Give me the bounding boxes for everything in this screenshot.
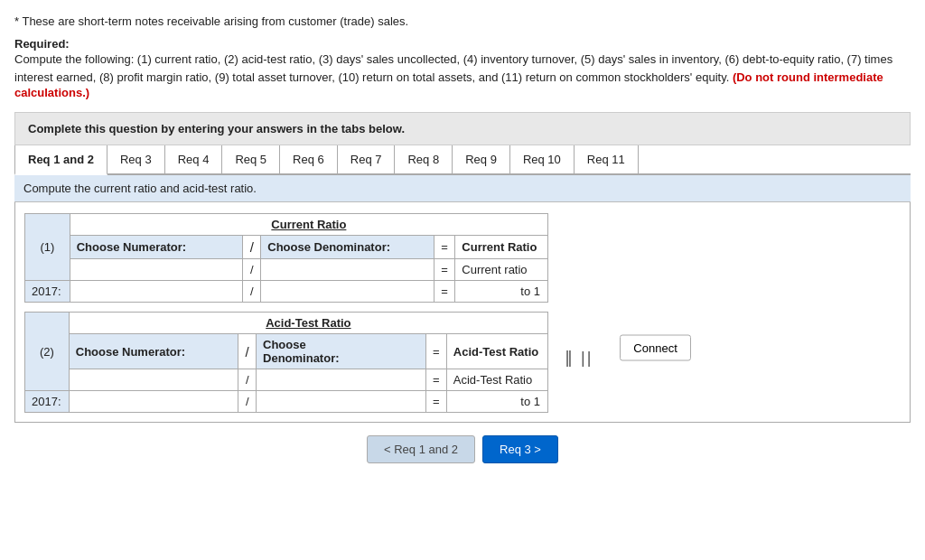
s1-year-result: to 1 — [455, 281, 548, 303]
s2-equals-header: = — [425, 334, 446, 369]
tab-req11[interactable]: Req 11 — [575, 145, 639, 173]
note-text: * These are short-term notes receivable … — [14, 14, 911, 28]
required-label: Required: — [14, 37, 70, 51]
s2-year-label: 2017: — [25, 391, 70, 413]
s2-denominator-input[interactable] — [257, 369, 426, 391]
s2-year-denominator[interactable] — [257, 391, 426, 413]
s2-year-equals: = — [425, 391, 446, 413]
s1-numerator-header: Choose Numerator: — [70, 236, 242, 259]
current-ratio-table: (1) Current Ratio Choose Numerator: / Ch… — [24, 213, 548, 303]
s1-year-denominator[interactable] — [261, 281, 434, 303]
s1-year-equals: = — [434, 281, 455, 303]
tabs-row: Req 1 and 2 Req 3 Req 4 Req 5 Req 6 Req … — [14, 145, 911, 175]
next-button[interactable]: Req 3 > — [482, 435, 558, 463]
s1-denominator-input[interactable] — [261, 259, 434, 281]
s1-slash-header: / — [243, 236, 261, 259]
sub-instruction: Compute the current ratio and acid-test … — [14, 175, 911, 202]
s1-result-header: Current Ratio — [455, 236, 548, 259]
s1-numerator-input[interactable] — [70, 259, 242, 281]
tab-req4[interactable]: Req 4 — [165, 145, 223, 173]
content-area: (1) Current Ratio Choose Numerator: / Ch… — [14, 202, 911, 423]
connect-button[interactable]: Connect — [620, 335, 690, 361]
section2-num: (2) — [25, 313, 70, 391]
s1-equals-header: = — [434, 236, 455, 259]
s2-year-numerator[interactable] — [69, 391, 238, 413]
s1-year-slash: / — [243, 281, 261, 303]
section2-title: Acid-Test Ratio — [266, 316, 350, 330]
s2-equals-row: = — [425, 369, 446, 391]
tab-req10[interactable]: Req 10 — [510, 145, 575, 173]
prev-button[interactable]: < Req 1 and 2 — [367, 435, 475, 463]
tab-req7[interactable]: Req 7 — [338, 145, 396, 173]
s2-year-result: to 1 — [446, 391, 547, 413]
instruction-box: Complete this question by entering your … — [14, 112, 911, 145]
s2-numerator-header: Choose Numerator: — [69, 334, 238, 369]
s2-slash-row: / — [238, 369, 257, 391]
s1-year-numerator[interactable] — [70, 281, 242, 303]
required-section: Required: Compute the following: (1) cur… — [14, 37, 911, 99]
tab-req1and2[interactable]: Req 1 and 2 — [14, 145, 107, 175]
s2-year-slash: / — [238, 391, 257, 413]
tab-req6[interactable]: Req 6 — [280, 145, 338, 173]
s1-year-label: 2017: — [25, 281, 70, 303]
s2-result-label: Acid-Test Ratio — [446, 369, 547, 391]
s1-slash-row: / — [243, 259, 261, 281]
s2-result-header: Acid-Test Ratio — [446, 334, 547, 369]
tab-req5[interactable]: Req 5 — [222, 145, 280, 173]
s2-numerator-input[interactable] — [69, 369, 238, 391]
tab-req3[interactable]: Req 3 — [107, 145, 165, 173]
s1-result-label: Current ratio — [455, 259, 548, 281]
section1-title: Current Ratio — [271, 218, 346, 231]
tab-req9[interactable]: Req 9 — [453, 145, 510, 173]
nav-row: < Req 1 and 2 Req 3 > — [14, 435, 911, 463]
vertical-lines-icon: ‖ || — [565, 348, 593, 368]
s2-denominator-header: ChooseDenominator: — [257, 334, 426, 369]
s1-denominator-header: Choose Denominator: — [261, 236, 434, 259]
s2-slash-header: / — [238, 334, 257, 369]
s1-equals-row: = — [434, 259, 455, 281]
acid-test-table: (2) Acid-Test Ratio Choose Numerator: / … — [24, 312, 548, 413]
tab-req8[interactable]: Req 8 — [395, 145, 453, 173]
section1-num: (1) — [25, 214, 70, 281]
